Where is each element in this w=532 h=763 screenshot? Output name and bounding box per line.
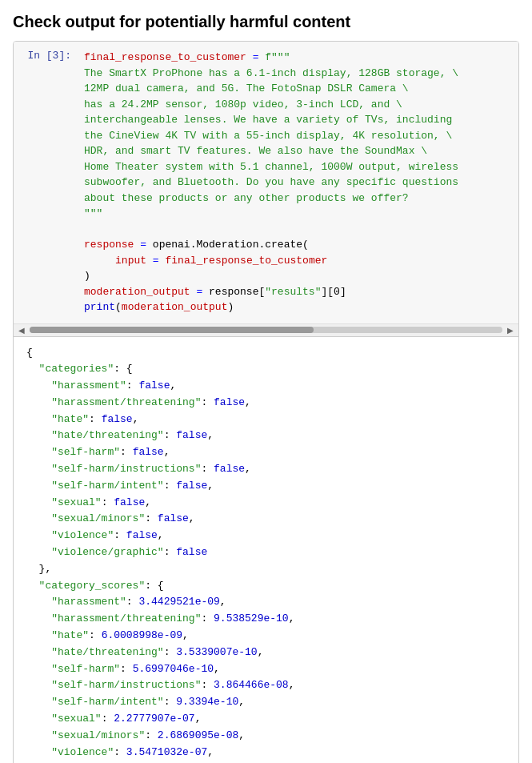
json-harassment-val: false — [138, 379, 170, 392]
string-close: """ — [84, 207, 102, 219]
json-scores-key: "category_scores" — [26, 580, 145, 592]
json-self-harm-intent-val: false — [176, 480, 207, 492]
code-line-1: final_response_to_customer = f""" — [84, 50, 512, 66]
json-score-sexual-minors-val: 2.6869095e-08 — [158, 729, 238, 741]
close-paren2: ) — [227, 301, 234, 313]
scroll-right-arrow[interactable]: ▶ — [506, 325, 515, 335]
param-val: final_response_to_customer — [165, 255, 327, 267]
json-harassment-threat-key: "harassment/threatening" — [26, 396, 201, 408]
var-name: final_response_to_customer — [84, 51, 246, 63]
scroll-thumb[interactable] — [30, 327, 314, 333]
string-content: has a 24.2MP sensor, 1080p video, 3-inch… — [84, 98, 402, 110]
json-hate-val: false — [102, 413, 133, 425]
json-violence-graphic-key: "violence/graphic" — [26, 546, 164, 558]
json-self-harm-instr-key: "self-harm/instructions" — [26, 463, 201, 475]
json-violence-val: false — [126, 529, 158, 541]
scroll-left-arrow[interactable]: ◀ — [17, 325, 26, 335]
cell-output: { "categories": { "harassment": false, "… — [14, 337, 518, 764]
close-paren: ) — [84, 270, 90, 282]
json-score-violence-key: "violence" — [26, 746, 114, 758]
json-open-brace: { — [26, 347, 33, 359]
json-self-harm-intent-key: "self-harm/intent" — [26, 480, 164, 492]
func-call: openai.Moderation.create( — [153, 239, 309, 251]
json-score-harassment-val: 3.4429521e-09 — [138, 596, 219, 608]
json-violence-graphic-val: false — [176, 546, 207, 558]
json-score-hate-key: "hate" — [26, 629, 89, 641]
json-categories-close: }, — [26, 563, 51, 575]
print-arg: ( — [115, 301, 122, 313]
cell-input: In [3]: final_response_to_customer = f""… — [14, 42, 518, 324]
json-score-sexual-minors-key: "sexual/minors" — [26, 729, 145, 741]
code-line-2: The SmartX ProPhone has a 6.1-inch displ… — [84, 66, 512, 82]
json-self-harm-val: false — [133, 446, 164, 458]
string-content: interchangeable lenses. We have a variet… — [84, 114, 452, 126]
json-score-harassment-threat-val: 9.538529e-10 — [214, 612, 289, 624]
response-index: response[ — [209, 286, 265, 298]
json-hate-key: "hate" — [26, 413, 89, 425]
string-content: subwoofer, and Bluetooth. Do you have an… — [84, 176, 458, 188]
json-score-self-harm-intent-key: "self-harm/intent" — [26, 696, 164, 708]
code-line-5: interchangeable lenses. We have a variet… — [84, 112, 512, 128]
code-line-11: """ — [84, 206, 512, 222]
param-name: input — [115, 255, 146, 267]
code-line-15: moderation_output = response["results"][… — [84, 284, 512, 300]
code-line-8: Home Theater system with 5.1 channel, 10… — [84, 159, 512, 175]
json-score-self-harm-intent-val: 9.3394e-10 — [176, 696, 238, 708]
code-line-4: has a 24.2MP sensor, 1080p video, 3-inch… — [84, 97, 512, 113]
json-self-harm-key: "self-harm" — [26, 446, 120, 458]
json-score-self-harm-key: "self-harm" — [26, 663, 120, 675]
string-content: about these products or any other produc… — [84, 192, 409, 204]
code-line-7: HDR, and smart TV features. We also have… — [84, 143, 512, 159]
horizontal-scrollbar[interactable]: ◀ ▶ — [14, 324, 518, 337]
string-content: 12MP dual camera, and 5G. The FotoSnap D… — [84, 82, 409, 94]
print-var: moderation_output — [122, 301, 228, 313]
bracket: ][0] — [321, 286, 346, 298]
json-score-hate-val: 6.0008998e-09 — [102, 629, 182, 641]
json-sexual-minors-val: false — [158, 512, 189, 524]
string-val: f""" — [265, 51, 290, 63]
json-harassment-key: "harassment" — [26, 379, 126, 392]
json-score-harassment-key: "harassment" — [26, 596, 126, 608]
equals: = — [153, 255, 159, 267]
code-line-9: subwoofer, and Bluetooth. Do you have an… — [84, 175, 512, 191]
json-score-sexual-key: "sexual" — [26, 713, 102, 725]
code-line-16: print(moderation_output) — [84, 299, 512, 315]
code-line-blank — [84, 222, 512, 238]
indent-space — [84, 255, 109, 267]
cell-label: In [3]: — [14, 42, 78, 323]
page-title: Check output for potentially harmful con… — [0, 0, 532, 41]
operator: = — [196, 286, 209, 298]
json-categories-key: "categories" — [26, 363, 114, 375]
json-hate-threat-key: "hate/threatening" — [26, 429, 164, 441]
cell-code: final_response_to_customer = f""" The Sm… — [78, 42, 518, 323]
json-score-hate-threat-val: 3.5339007e-10 — [176, 646, 257, 658]
json-self-harm-instr-val: false — [214, 463, 245, 475]
json-score-self-harm-val: 5.6997046e-10 — [133, 663, 214, 675]
operator: = — [253, 51, 266, 63]
json-score-harassment-threat-key: "harassment/threatening" — [26, 612, 201, 624]
operator: = — [140, 239, 153, 251]
results-str: "results" — [265, 286, 321, 298]
json-score-sexual-val: 2.2777907e-07 — [114, 713, 194, 725]
json-score-violence-val: 3.5471032e-07 — [126, 746, 207, 758]
json-sexual-minors-key: "sexual/minors" — [26, 512, 145, 524]
notebook-cell: In [3]: final_response_to_customer = f""… — [13, 41, 519, 763]
json-sexual-key: "sexual" — [26, 496, 102, 508]
json-sexual-val: false — [114, 496, 145, 508]
json-score-self-harm-instr-key: "self-harm/instructions" — [26, 679, 201, 691]
string-content: the CineView 4K TV with a 55-inch displa… — [84, 130, 452, 142]
string-content: The SmartX ProPhone has a 6.1-inch displ… — [84, 67, 458, 79]
code-line-10: about these products or any other produc… — [84, 191, 512, 207]
code-line-13: input = final_response_to_customer — [84, 253, 512, 269]
scroll-track[interactable] — [30, 327, 502, 333]
string-content: HDR, and smart TV features. We also have… — [84, 145, 427, 157]
var-moderation: moderation_output — [84, 286, 190, 298]
json-score-self-harm-instr-val: 3.864466e-08 — [214, 679, 289, 691]
json-score-hate-threat-key: "hate/threatening" — [26, 646, 164, 658]
print-func: print — [84, 301, 115, 313]
json-harassment-threat-val: false — [214, 396, 245, 408]
code-line-12: response = openai.Moderation.create( — [84, 237, 512, 253]
code-line-14: ) — [84, 268, 512, 284]
code-line-3: 12MP dual camera, and 5G. The FotoSnap D… — [84, 81, 512, 97]
string-content: Home Theater system with 5.1 channel, 10… — [84, 161, 458, 173]
